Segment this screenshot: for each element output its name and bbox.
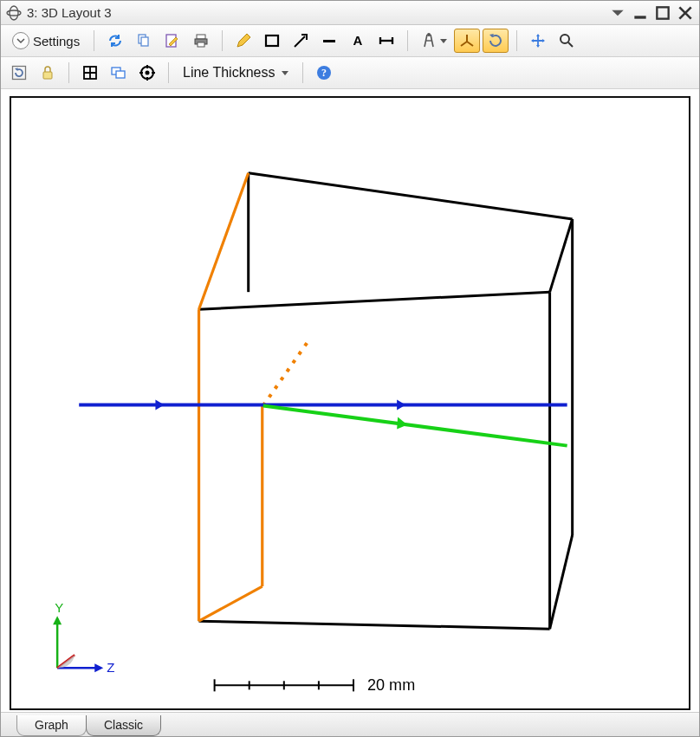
copy-button[interactable]	[131, 29, 157, 53]
window-layout-button[interactable]	[106, 61, 132, 85]
help-button[interactable]: ?	[311, 61, 337, 85]
zoom-button[interactable]	[554, 29, 580, 53]
compass-dropdown-button[interactable]	[416, 29, 451, 53]
axis-triad-button[interactable]	[454, 29, 480, 53]
svg-rect-11	[323, 40, 335, 42]
reset-rotation-button[interactable]	[6, 61, 32, 85]
svg-rect-2	[634, 16, 645, 18]
menu-dropdown-button[interactable]	[609, 4, 626, 22]
edit-page-button[interactable]	[159, 29, 185, 53]
settings-label: Settings	[33, 34, 80, 48]
svg-point-0	[10, 6, 18, 20]
axis-y-label: Y	[55, 600, 63, 615]
target-button[interactable]	[134, 61, 160, 85]
scale-bar: 20 mm	[215, 676, 416, 694]
window-title: 3: 3D Layout 3	[27, 5, 604, 20]
surface-normal-ray	[263, 339, 309, 405]
rotate-view-button[interactable]	[483, 29, 509, 53]
toolbar-row-2: Line Thickness ?	[1, 57, 699, 89]
svg-text:?: ?	[321, 67, 327, 79]
svg-rect-10	[266, 36, 278, 46]
svg-rect-19	[116, 71, 125, 78]
svg-rect-3	[657, 7, 668, 18]
tab-graph[interactable]: Graph	[16, 715, 87, 736]
canvas-container: Y Z 20 mm	[1, 89, 699, 712]
arrow-tool-button[interactable]	[288, 29, 314, 53]
cube-black-edges	[199, 173, 573, 629]
line-weight-button[interactable]	[316, 29, 342, 53]
dimension-tool-button[interactable]	[373, 29, 399, 53]
text-tool-button[interactable]: A	[345, 29, 371, 53]
app-icon	[6, 5, 22, 21]
svg-point-13	[427, 33, 431, 36]
svg-rect-7	[197, 35, 205, 39]
svg-point-21	[146, 71, 150, 75]
svg-point-14	[561, 35, 569, 43]
chevron-down-icon	[12, 32, 29, 49]
line-thickness-label: Line Thickness	[183, 65, 275, 81]
refracted-ray	[263, 406, 567, 446]
scene-svg: Y Z 20 mm	[11, 98, 689, 708]
tab-classic[interactable]: Classic	[86, 715, 161, 736]
svg-rect-16	[43, 72, 52, 79]
svg-text:A: A	[353, 33, 363, 48]
close-button[interactable]	[677, 4, 694, 22]
axis-z-label: Z	[107, 660, 114, 675]
print-button[interactable]	[188, 29, 214, 53]
refresh-button[interactable]	[102, 29, 128, 53]
svg-line-25	[263, 406, 567, 446]
lock-button[interactable]	[35, 61, 61, 85]
titlebar: 3: 3D Layout 3	[1, 1, 699, 25]
scale-bar-label: 20 mm	[367, 676, 415, 694]
grid-toggle-button[interactable]	[77, 61, 103, 85]
svg-rect-5	[141, 37, 148, 46]
incident-ray	[79, 399, 567, 410]
svg-rect-15	[13, 67, 26, 80]
rectangle-tool-button[interactable]	[259, 29, 285, 53]
minimize-button[interactable]	[632, 4, 649, 22]
svg-rect-9	[198, 42, 204, 47]
settings-dropdown[interactable]: Settings	[6, 29, 86, 52]
app-window: 3: 3D Layout 3 Settings	[0, 0, 700, 737]
pan-button[interactable]	[525, 29, 551, 53]
line-thickness-dropdown[interactable]: Line Thickness	[177, 62, 295, 83]
maximize-button[interactable]	[654, 4, 671, 22]
axis-triad: Y Z	[53, 600, 114, 675]
bottom-tabs: Graph Classic	[1, 712, 699, 736]
pencil-tool-button[interactable]	[230, 29, 256, 53]
cube-front-face	[199, 173, 262, 621]
toolbar-row-1: Settings A	[1, 25, 699, 57]
layout-3d-canvas[interactable]: Y Z 20 mm	[10, 96, 690, 710]
